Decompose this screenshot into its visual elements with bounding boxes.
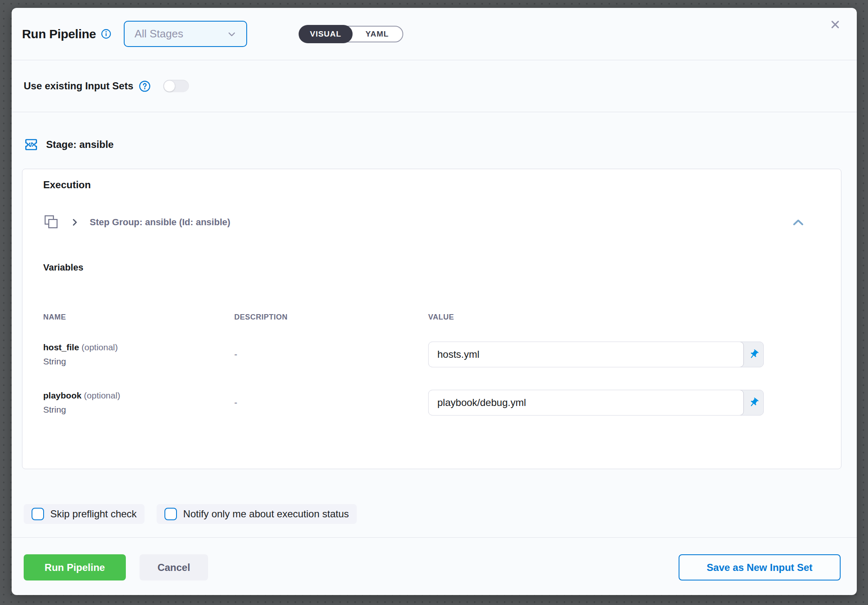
table-row: playbook (optional) String - bbox=[43, 390, 807, 416]
visual-yaml-toggle: YAML VISUAL bbox=[299, 26, 403, 42]
chevron-down-icon bbox=[226, 29, 237, 39]
save-as-new-input-set-button[interactable]: Save as New Input Set bbox=[679, 554, 841, 580]
variables-title: Variables bbox=[43, 262, 807, 273]
variable-value-field bbox=[428, 342, 764, 367]
collapse-section-button[interactable] bbox=[790, 215, 807, 229]
variable-name-cell: playbook (optional) String bbox=[43, 391, 234, 415]
tab-visual[interactable]: VISUAL bbox=[299, 25, 353, 43]
host-file-input[interactable] bbox=[428, 342, 744, 367]
run-pipeline-modal: Run Pipeline All Stages YAML bbox=[12, 8, 857, 595]
variables-table: NAME DESCRIPTION VALUE host_file (option… bbox=[43, 313, 807, 416]
pin-icon bbox=[746, 395, 761, 410]
stage-icon bbox=[24, 137, 39, 152]
execution-title: Execution bbox=[43, 169, 807, 191]
variable-type: String bbox=[43, 405, 234, 415]
execution-card: Execution Step Group: ansible (Id: ansib… bbox=[22, 169, 841, 469]
variable-type: String bbox=[43, 357, 234, 366]
input-sets-toggle[interactable] bbox=[163, 80, 189, 92]
tab-yaml[interactable]: YAML bbox=[352, 30, 402, 39]
pin-button[interactable] bbox=[744, 342, 763, 367]
step-group-row: Step Group: ansible (Id: ansible) bbox=[43, 214, 807, 231]
input-sets-label: Use existing Input Sets bbox=[24, 80, 133, 92]
variable-name-cell: host_file (optional) String bbox=[43, 342, 234, 366]
pin-button[interactable] bbox=[744, 390, 763, 415]
table-row: host_file (optional) String - bbox=[43, 342, 807, 367]
skip-preflight-label: Skip preflight check bbox=[50, 508, 137, 520]
chevron-up-icon bbox=[791, 217, 805, 228]
column-header-value: VALUE bbox=[428, 313, 807, 322]
info-icon[interactable] bbox=[101, 29, 111, 39]
stage-selector-value: All Stages bbox=[135, 27, 183, 40]
page-backdrop: Run Pipeline All Stages YAML bbox=[0, 0, 868, 605]
variables-table-header: NAME DESCRIPTION VALUE bbox=[43, 313, 807, 322]
close-icon bbox=[829, 18, 842, 31]
page-title: Run Pipeline bbox=[22, 27, 96, 41]
modal-header: Run Pipeline All Stages YAML bbox=[12, 8, 857, 60]
close-button[interactable] bbox=[826, 15, 844, 34]
chevron-right-icon[interactable] bbox=[70, 217, 80, 227]
variable-description: - bbox=[234, 349, 428, 360]
footer-divider bbox=[12, 537, 857, 538]
stage-row: Stage: ansible bbox=[12, 112, 857, 152]
skip-preflight-checkbox[interactable] bbox=[32, 508, 44, 520]
variable-optional-tag: (optional) bbox=[81, 342, 118, 352]
notify-me-option[interactable]: Notify only me about execution status bbox=[157, 504, 357, 524]
cancel-button[interactable]: Cancel bbox=[140, 554, 208, 580]
step-group-label: Step Group: ansible (Id: ansible) bbox=[90, 217, 230, 228]
help-icon[interactable] bbox=[139, 80, 151, 92]
playbook-input[interactable] bbox=[428, 390, 744, 416]
notify-me-checkbox[interactable] bbox=[164, 508, 177, 520]
stage-label: Stage: ansible bbox=[46, 139, 114, 150]
variable-value-field bbox=[428, 390, 764, 416]
variable-name: host_file bbox=[43, 342, 79, 352]
stage-selector-dropdown[interactable]: All Stages bbox=[124, 21, 247, 47]
options-row: Skip preflight check Notify only me abou… bbox=[24, 504, 857, 524]
column-header-description: DESCRIPTION bbox=[234, 313, 428, 322]
toggle-knob bbox=[164, 80, 175, 92]
step-group-icon bbox=[43, 214, 59, 231]
column-header-name: NAME bbox=[43, 313, 234, 322]
notify-me-label: Notify only me about execution status bbox=[183, 508, 349, 520]
variable-description: - bbox=[234, 397, 428, 408]
skip-preflight-option[interactable]: Skip preflight check bbox=[24, 504, 145, 524]
run-pipeline-button[interactable]: Run Pipeline bbox=[24, 554, 126, 580]
variable-name: playbook bbox=[43, 391, 81, 400]
modal-footer: Run Pipeline Cancel Save as New Input Se… bbox=[24, 554, 841, 580]
variable-optional-tag: (optional) bbox=[84, 391, 120, 400]
input-sets-section: Use existing Input Sets bbox=[12, 60, 857, 112]
pin-icon bbox=[746, 347, 761, 362]
